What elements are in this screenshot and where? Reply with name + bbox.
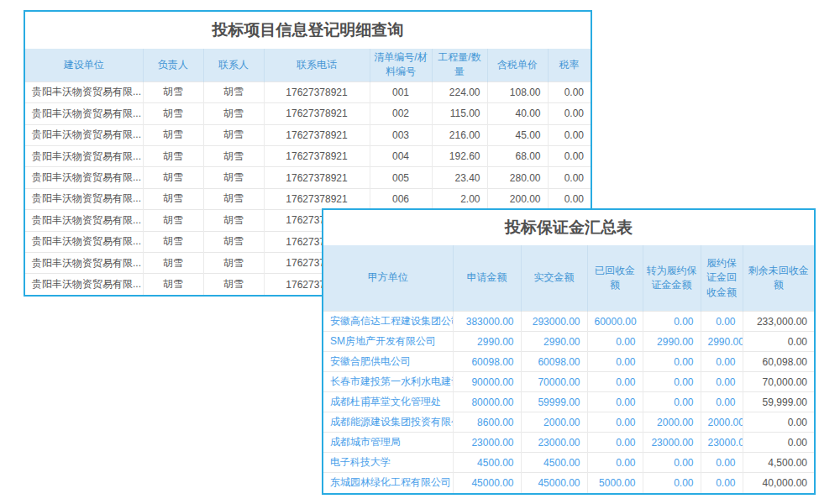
cell: 17627378921 xyxy=(264,124,370,145)
cell: 胡雪 xyxy=(203,124,264,145)
cell: 胡雪 xyxy=(143,274,203,295)
column-header: 实交金额 xyxy=(521,245,587,312)
cell: 40,000.00 xyxy=(743,473,814,493)
cell: 胡雪 xyxy=(143,124,203,145)
cell: 0.00 xyxy=(643,473,701,493)
cell: 23000.00 xyxy=(521,433,587,453)
cell: 安徽高信达工程建设集团公司 xyxy=(323,312,453,332)
cell: 2990.00 xyxy=(521,332,587,352)
column-header: 履约保证金回收金额 xyxy=(701,245,743,312)
cell: 0.00 xyxy=(587,453,643,473)
cell: 0.00 xyxy=(643,372,701,392)
cell: 60000.00 xyxy=(587,312,643,332)
column-header: 工程量/数量 xyxy=(432,49,487,81)
cell: 68.00 xyxy=(487,145,548,166)
cell: 45.00 xyxy=(487,124,548,145)
table-row: 成都杜甫草堂文化管理处80000.0059999.000.000.000.005… xyxy=(323,392,814,412)
column-header: 转为履约保证金金额 xyxy=(643,245,701,312)
cell: 45000.00 xyxy=(521,473,587,493)
cell: 胡雪 xyxy=(203,231,264,252)
cell: 0.00 xyxy=(587,372,643,392)
cell: 0.00 xyxy=(701,392,743,412)
cell: 贵阳丰沃物资贸易有限... xyxy=(25,188,143,209)
column-header: 税率 xyxy=(548,49,591,81)
column-header: 含税单价 xyxy=(487,49,548,81)
table-row: 安徽合肥供电公司60098.0060098.000.000.000.0060,0… xyxy=(323,352,814,372)
cell: 胡雪 xyxy=(143,167,203,188)
cell: 胡雪 xyxy=(143,81,203,102)
cell: 8600.00 xyxy=(453,412,521,433)
cell: 安徽合肥供电公司 xyxy=(323,352,453,372)
cell: 23.40 xyxy=(432,167,487,188)
cell: 0.00 xyxy=(587,433,643,453)
cell: 贵阳丰沃物资贸易有限... xyxy=(25,231,143,252)
cell: 0.00 xyxy=(548,167,591,188)
cell: 贵阳丰沃物资贸易有限... xyxy=(25,252,143,273)
bid-deposit-summary-title: 投标保证金汇总表 xyxy=(323,210,814,245)
cell: 0.00 xyxy=(548,103,591,124)
cell: 0.00 xyxy=(548,188,591,209)
cell: 003 xyxy=(370,124,432,145)
cell: 2990.00 xyxy=(453,332,521,352)
cell: 0.00 xyxy=(587,332,643,352)
table-row: 长春市建投第一水利水电建设90000.0070000.000.000.000.0… xyxy=(323,372,814,392)
cell: 224.00 xyxy=(432,81,487,102)
cell: 293000.00 xyxy=(521,312,587,332)
cell: 0.00 xyxy=(643,352,701,372)
cell: 108.00 xyxy=(487,81,548,102)
cell: 23000.00 xyxy=(643,433,701,453)
cell: 60,098.00 xyxy=(743,352,814,372)
cell: 0.00 xyxy=(548,145,591,166)
cell: 17627378921 xyxy=(264,167,370,188)
cell: 17627378921 xyxy=(264,103,370,124)
cell: 成都能源建设集团投资有限公 xyxy=(323,412,453,433)
cell: 60098.00 xyxy=(453,352,521,372)
table-row: 贵阳丰沃物资贸易有限...胡雪胡雪17627378921001224.00108… xyxy=(25,81,591,102)
cell: 长春市建投第一水利水电建设 xyxy=(323,372,453,392)
table-row: 安徽高信达工程建设集团公司383000.00293000.0060000.000… xyxy=(323,312,814,332)
header-row: 建设单位负责人联系人联系电话清单编号/材料编号工程量/数量含税单价税率 xyxy=(25,49,591,81)
cell: 0.00 xyxy=(643,312,701,332)
cell: 电子科技大学 xyxy=(323,453,453,473)
cell: 胡雪 xyxy=(203,274,264,295)
column-header: 剩余未回收金额 xyxy=(743,245,814,312)
cell: 005 xyxy=(370,167,432,188)
cell: 0.00 xyxy=(643,453,701,473)
cell: 0.00 xyxy=(743,412,814,433)
column-header: 联系电话 xyxy=(264,49,370,81)
cell: 4500.00 xyxy=(521,453,587,473)
cell: 23000.0 xyxy=(701,433,743,453)
cell: 70000.00 xyxy=(521,372,587,392)
cell: 006 xyxy=(370,188,432,209)
column-header: 申请金额 xyxy=(453,245,521,312)
cell: 0.00 xyxy=(701,352,743,372)
cell: 002 xyxy=(370,103,432,124)
cell: 280.00 xyxy=(487,167,548,188)
table-row: 东城园林绿化工程有限公司45000.0045000.005000.000.000… xyxy=(323,473,814,493)
cell: 5000.00 xyxy=(587,473,643,493)
cell: 贵阳丰沃物资贸易有限... xyxy=(25,145,143,166)
cell: 2.00 xyxy=(432,188,487,209)
cell: 贵阳丰沃物资贸易有限... xyxy=(25,274,143,295)
cell: 胡雪 xyxy=(203,167,264,188)
table-row: SM房地产开发有限公司2990.002990.000.002990.002990… xyxy=(323,332,814,352)
cell: 17627378921 xyxy=(264,145,370,166)
column-header: 负责人 xyxy=(143,49,203,81)
cell: 胡雪 xyxy=(203,103,264,124)
cell: 40.00 xyxy=(487,103,548,124)
cell: 胡雪 xyxy=(203,81,264,102)
cell: 115.00 xyxy=(432,103,487,124)
cell: 0.00 xyxy=(548,124,591,145)
cell: 233,000.00 xyxy=(743,312,814,332)
header-row: 甲方单位申请金额实交金额已回收金额转为履约保证金金额履约保证金回收金额剩余未回收… xyxy=(323,245,814,312)
cell: 45000.00 xyxy=(453,473,521,493)
cell: 90000.00 xyxy=(453,372,521,392)
cell: 2990.00 xyxy=(643,332,701,352)
column-header: 建设单位 xyxy=(25,49,143,81)
cell: 贵阳丰沃物资贸易有限... xyxy=(25,167,143,188)
cell: 4500.00 xyxy=(453,453,521,473)
cell: 80000.00 xyxy=(453,392,521,412)
cell: 17627378921 xyxy=(264,81,370,102)
column-header: 甲方单位 xyxy=(323,245,453,312)
column-header: 联系人 xyxy=(203,49,264,81)
